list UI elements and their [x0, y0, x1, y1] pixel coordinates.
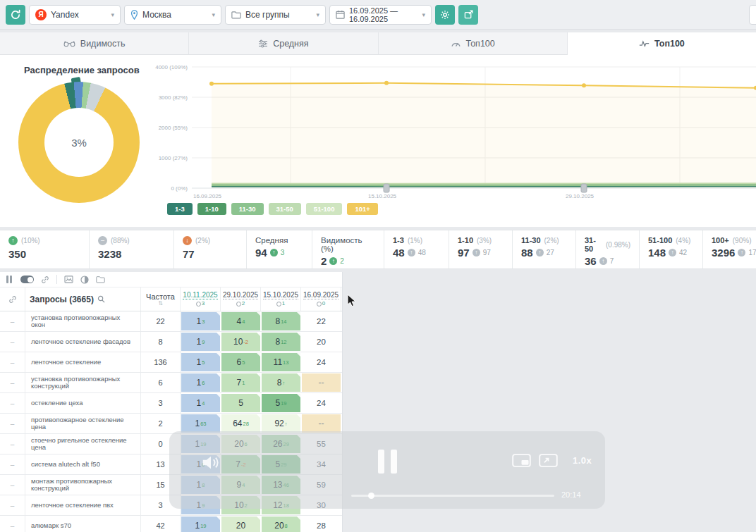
stat-delta: 7 — [610, 257, 614, 265]
position-cell[interactable]: -- — [301, 373, 341, 392]
contrast-icon[interactable] — [80, 276, 89, 284]
tab-label: Топ100 — [654, 39, 685, 49]
position-cell[interactable]: 71 — [221, 373, 261, 392]
legend-button-11-30[interactable]: 11-30 — [231, 203, 264, 215]
legend-button-31-50[interactable]: 31-50 — [269, 203, 301, 215]
position-cell[interactable]: 5 — [221, 393, 261, 413]
date-column-header[interactable]: 10.11.20253 — [181, 287, 221, 311]
stat-card-10[interactable]: 100+(90%)3296↑173 — [703, 230, 756, 268]
playback-speed[interactable]: 1.0x — [573, 455, 592, 466]
freeze-columns-icon[interactable] — [6, 276, 13, 283]
position-cell[interactable]: 20 — [221, 516, 261, 532]
links-column-header[interactable] — [0, 287, 25, 311]
table-row[interactable]: –установка противопожарных окон221344814… — [0, 311, 342, 332]
position-cell[interactable]: -- — [301, 414, 341, 433]
sliders-icon — [258, 39, 268, 48]
position-cell[interactable]: 92↑ — [261, 414, 301, 433]
stat-card-5[interactable]: 1-3(1%)48↑48 — [384, 230, 449, 268]
legend-button-1-10[interactable]: 1-10 — [197, 203, 226, 215]
toolbar-overflow-button[interactable] — [749, 5, 756, 25]
position-cell[interactable]: 14 — [181, 393, 221, 413]
progress-bar[interactable] — [351, 495, 554, 497]
video-player-overlay: 1.0x 20:14 — [169, 431, 605, 509]
image-icon[interactable] — [64, 276, 73, 283]
stat-card-0[interactable]: ↑(10%)350 — [0, 230, 90, 268]
tab-0-видимость[interactable]: Видимость — [0, 32, 189, 55]
position-cell[interactable]: 28 — [301, 516, 341, 532]
position-cell[interactable]: 19 — [181, 332, 221, 352]
position-cell[interactable]: 814 — [261, 311, 301, 331]
position-cell[interactable]: 8↑ — [261, 373, 301, 392]
table-row[interactable]: –остекление цеха314551924 — [0, 393, 342, 414]
refresh-button[interactable] — [6, 5, 25, 25]
link-icon[interactable] — [41, 276, 49, 284]
stat-percent: (3%) — [477, 237, 492, 245]
table-row[interactable]: –установка противопожарных конструкций61… — [0, 373, 342, 393]
group-select[interactable]: Все группы ▾ — [225, 5, 326, 25]
stat-card-3[interactable]: Средняя94↑3 — [247, 230, 312, 268]
position-change: 3 — [202, 318, 205, 325]
corner-fold — [297, 373, 300, 377]
table-row[interactable]: –алюмарк s70421192020828 — [0, 516, 342, 532]
legend-button-51-100[interactable]: 51-100 — [306, 203, 343, 215]
progress-knob[interactable] — [368, 493, 374, 499]
position-cell[interactable]: 6428 — [221, 414, 261, 433]
position-value: 24 — [317, 399, 326, 407]
stat-card-1[interactable]: –(88%)3238 — [90, 230, 174, 268]
position-cell[interactable]: 519 — [261, 393, 301, 413]
search-engine-select[interactable]: Я Yandex ▾ — [29, 5, 121, 25]
expand-icon[interactable] — [539, 454, 558, 470]
position-cell[interactable]: 24 — [301, 352, 341, 372]
stat-card-6[interactable]: 1-10(3%)97↑97 — [449, 230, 513, 268]
folder-icon[interactable] — [96, 276, 105, 283]
date-column-header[interactable]: 16.09.20250 — [301, 287, 341, 311]
position-value: 4 — [237, 316, 242, 326]
distribution-donut[interactable]: 3% — [18, 82, 140, 203]
region-select[interactable]: Москва ▾ — [124, 5, 221, 25]
search-icon[interactable] — [97, 295, 105, 303]
legend-button-1-3[interactable]: 1-3 — [167, 203, 193, 215]
date-column-header[interactable]: 15.10.20251 — [261, 287, 301, 311]
table-row[interactable]: –ленточное остекление фасадов81910-28122… — [0, 332, 342, 352]
position-cell[interactable]: 208 — [261, 516, 301, 532]
date-range-select[interactable]: 16.09.2025 — 16.09.2025 ▾ — [329, 5, 432, 25]
tab-1-средняя[interactable]: Средняя — [189, 32, 378, 55]
settings-button[interactable] — [435, 5, 455, 25]
position-cell[interactable]: 10-2 — [221, 332, 261, 352]
position-change: 8 — [285, 523, 288, 529]
pause-button[interactable] — [378, 450, 397, 474]
stat-card-9[interactable]: 51-100(4%)148↑42 — [640, 230, 703, 268]
distribution-title: Распределение запросов — [24, 65, 140, 75]
position-cell[interactable]: 22 — [301, 311, 341, 331]
stat-value: 48 — [393, 247, 405, 259]
position-cell[interactable]: 13 — [181, 311, 221, 331]
tab-3-топ100[interactable]: Топ100 — [568, 32, 756, 55]
position-cell[interactable]: 44 — [221, 311, 261, 331]
toggle-switch[interactable] — [20, 276, 34, 283]
positions-chart[interactable] — [192, 62, 756, 193]
legend-button-101+[interactable]: 101+ — [347, 203, 377, 215]
date-column-header[interactable]: 29.10.20252 — [221, 287, 261, 311]
position-cell[interactable]: 163 — [181, 414, 221, 433]
position-cell[interactable]: 65 — [221, 352, 261, 372]
table-row[interactable]: –ленточное остекление1361565111324 — [0, 352, 342, 373]
stat-card-2[interactable]: ↓(2%)77 — [174, 230, 247, 268]
position-cell[interactable]: 119 — [181, 516, 221, 532]
position-value: 22 — [317, 317, 326, 326]
queries-column-header[interactable]: Запросы (3665) — [25, 287, 141, 311]
pip-icon[interactable] — [512, 454, 531, 470]
volume-icon[interactable] — [200, 454, 221, 474]
stat-card-4[interactable]: Видимость (%)2↑2 — [312, 230, 384, 268]
position-cell[interactable]: 20 — [301, 332, 341, 352]
tab-2-топ100[interactable]: Топ100 — [379, 32, 568, 55]
position-cell[interactable]: 16 — [181, 373, 221, 392]
stat-card-7[interactable]: 11-30(2%)88↑27 — [513, 230, 576, 268]
position-cell[interactable]: 15 — [181, 352, 221, 372]
position-cell[interactable]: 24 — [301, 393, 341, 413]
position-cell[interactable]: 812 — [261, 332, 301, 352]
position-cell[interactable]: 1113 — [261, 352, 301, 372]
stat-card-8[interactable]: 31-50(0.98%)36↑7 — [576, 230, 640, 268]
tab-label: Топ100 — [466, 39, 495, 49]
export-button[interactable] — [458, 5, 478, 25]
frequency-column-header[interactable]: Частота ⇅ — [141, 287, 181, 311]
